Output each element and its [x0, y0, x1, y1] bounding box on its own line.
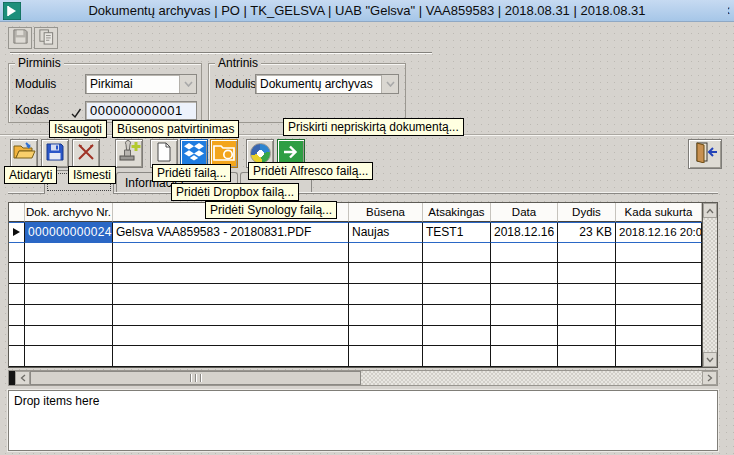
row-marker-cell [9, 222, 25, 243]
tooltip-prideti-alfresco: Pridėti Alfresco failą... [248, 162, 373, 180]
alfresco-folder-icon [212, 142, 236, 166]
pirminis-modulis-label: Modulis [15, 77, 56, 91]
thumb-grip-icon [190, 374, 192, 382]
thumb-grip-icon [195, 374, 197, 382]
window-title: Dokumentų archyvas | PO | TK_GELSVA | UA… [0, 3, 734, 18]
scroll-right-button[interactable] [702, 371, 717, 385]
close-button-fragment[interactable]: ✕ [728, 4, 734, 18]
tab-panel-edge [8, 192, 718, 194]
header-busena: Būsena [349, 203, 423, 222]
tooltip-prideti-dropbox: Pridėti Dropbox failą... [171, 183, 299, 201]
header-selector [9, 203, 25, 222]
tooltip-prideti-synology: Pridėti Synology failą... [205, 201, 337, 219]
tooltip-atidaryti: Atidaryti [4, 166, 57, 184]
cell-file-name[interactable]: Gelsva VAA859583 - 20180831.PDF [113, 222, 349, 243]
table-row-empty [9, 346, 702, 367]
synology-pinwheel-icon [250, 143, 271, 164]
scroll-down-button[interactable] [703, 352, 717, 367]
blank-document-icon [156, 142, 172, 166]
kodas-input[interactable]: 000000000001 [85, 101, 197, 120]
header-dok-archyvo-nr: Dok. archyvo Nr. [25, 203, 113, 222]
antrinis-modulis-label: Modulis [215, 77, 256, 91]
vertical-scrollbar[interactable] [702, 203, 717, 367]
table-row-empty [9, 305, 702, 326]
antrinis-modulis-value: Dokumentų archyvas [260, 77, 373, 91]
header-data: Data [491, 203, 558, 222]
exit-button[interactable] [688, 139, 722, 169]
delete-button[interactable] [72, 139, 100, 168]
pirminis-modulis-value: Pirkimai [90, 77, 133, 91]
toolbar-divider [10, 52, 432, 54]
stamp-plus-icon [118, 140, 141, 167]
save-button[interactable] [41, 139, 69, 168]
chevron-down-icon[interactable] [179, 75, 196, 93]
copy-pages-gray-icon [38, 28, 55, 49]
drop-items-text: Drop items here [14, 394, 99, 408]
documents-grid[interactable]: Dok. archyvo Nr. Būsena Atsakingas Data … [8, 202, 718, 368]
thumb-grip-icon [200, 374, 202, 382]
cell-data[interactable]: 2018.12.16 [491, 222, 558, 243]
red-x-icon [76, 142, 96, 166]
kodas-label: Kodas [15, 103, 49, 117]
grid-header-row: Dok. archyvo Nr. Būsena Atsakingas Data … [9, 203, 702, 222]
floppy-disk-icon [45, 142, 65, 166]
antrinis-groupbox: Antrinis Modulis Dokumentų archyvas [208, 63, 406, 123]
table-row-selected[interactable]: 000000000024 Gelsva VAA859583 - 20180831… [9, 222, 702, 243]
horizontal-scrollbar[interactable] [8, 370, 718, 386]
scroll-up-button[interactable] [703, 203, 717, 218]
mini-save-button[interactable] [8, 27, 32, 49]
vertical-scroll-track[interactable] [703, 218, 717, 352]
pirminis-modulis-dropdown[interactable]: Pirkimai [85, 74, 197, 94]
app-window: Dokumentų archyvas | PO | TK_GELSVA | UA… [0, 0, 734, 455]
tooltip-priskirti-dokumenta: Priskirti nepriskirtą dokumentą... [283, 118, 464, 136]
open-button[interactable] [10, 139, 38, 168]
mini-copy-button[interactable] [34, 27, 58, 49]
header-kada-sukurta: Kada sukurta [616, 203, 702, 222]
cell-busena[interactable]: Naujas [349, 222, 423, 243]
tooltip-busenos-patvirtinimas: Būsenos patvirtinimas [112, 120, 239, 138]
horizontal-scroll-thumb[interactable] [30, 371, 361, 385]
table-row-empty [9, 263, 702, 284]
cell-dydis[interactable]: 23 KB [558, 222, 616, 243]
header-dydis: Dydis [558, 203, 616, 222]
tooltip-prideti-faila: Pridėti failą... [152, 164, 231, 182]
title-bar: Dokumentų archyvas | PO | TK_GELSVA | UA… [0, 0, 734, 22]
right-triangle-icon [13, 228, 20, 236]
chevron-down-icon[interactable] [381, 75, 398, 93]
tooltip-issaugoti: Išsaugoti [49, 120, 107, 138]
table-row-empty [9, 326, 702, 347]
antrinis-modulis-dropdown[interactable]: Dokumentų archyvas [255, 74, 399, 94]
scroll-left-button[interactable] [15, 371, 30, 385]
antrinis-legend: Antrinis [215, 57, 261, 70]
floppy-disk-gray-icon [12, 28, 29, 49]
header-atsakingas: Atsakingas [423, 203, 491, 222]
tooltip-ismesti: Išmesti [68, 166, 116, 184]
pirminis-legend: Pirminis [15, 57, 64, 70]
drop-items-area[interactable]: Drop items here [8, 390, 718, 451]
table-row-empty [9, 243, 702, 264]
cell-kada-sukurta[interactable]: 2018.12.16 20:06 [616, 222, 702, 243]
status-confirm-button[interactable] [115, 139, 143, 168]
cell-dok-archyvo-nr[interactable]: 000000000024 [25, 222, 113, 243]
dropbox-icon [182, 141, 206, 167]
exit-door-icon [692, 141, 718, 167]
cell-atsakingas[interactable]: TEST1 [423, 222, 491, 243]
table-row-empty [9, 284, 702, 305]
horizontal-scroll-track[interactable] [361, 371, 702, 385]
pirminis-groupbox: Pirminis Modulis Pirkimai Kodas 00000000… [8, 63, 202, 123]
folder-open-icon [13, 142, 36, 165]
